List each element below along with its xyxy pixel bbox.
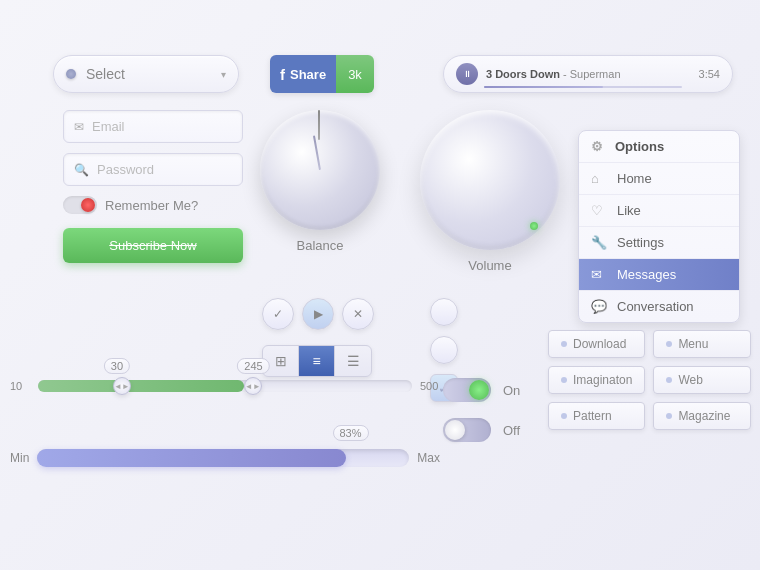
progress-track[interactable]: [37, 449, 409, 467]
menu-panel: ⚙ Options ⌂ Home ♡ Like 🔧 Settings ✉ Mes…: [578, 130, 740, 323]
range-value-right: 245: [237, 358, 269, 374]
magazine-dot: [666, 413, 672, 419]
range-row: 10 ◄► 30 ◄► 245 500: [10, 380, 440, 392]
balance-knob-container: Balance: [260, 110, 380, 253]
menu-item-like[interactable]: ♡ Like: [579, 195, 739, 227]
home-icon: ⌂: [591, 171, 607, 186]
progress-fill: [37, 449, 346, 467]
progress-min-label: Min: [10, 451, 29, 465]
remember-toggle[interactable]: [63, 196, 97, 214]
volume-knob[interactable]: [420, 110, 560, 250]
download-dot: [561, 341, 567, 347]
player-time: 3:54: [699, 68, 720, 80]
player-progress-fill: [484, 86, 603, 88]
pattern-dot: [561, 413, 567, 419]
menu-messages-label: Messages: [617, 267, 676, 282]
menu-settings-label: Settings: [617, 235, 664, 250]
off-label: Off: [503, 423, 520, 438]
music-player[interactable]: 3 Doors Down - Superman 3:54: [443, 55, 733, 93]
main-container: Select ▾ f Share 3k 3 Doors Down - Super…: [0, 0, 760, 570]
facebook-icon: f: [280, 66, 285, 83]
magazine-button[interactable]: Magazine: [653, 402, 750, 430]
imagination-button[interactable]: Imaginaton: [548, 366, 645, 394]
range-handle-right-arrows: ◄►: [245, 382, 261, 391]
share-count: 3k: [336, 55, 374, 93]
menu-dot: [666, 341, 672, 347]
email-icon: ✉: [74, 120, 84, 134]
facebook-share[interactable]: f Share: [270, 55, 336, 93]
range-fill: [38, 380, 244, 392]
badge-buttons-grid: Download Menu Imaginaton Web Pattern Mag…: [548, 330, 751, 430]
range-min-label: 10: [10, 380, 30, 392]
range-max-label: 500: [420, 380, 440, 392]
menu-item-settings[interactable]: 🔧 Settings: [579, 227, 739, 259]
list-view-button[interactable]: ≡: [299, 346, 335, 376]
range-handle-left-arrows: ◄►: [114, 382, 130, 391]
select-dot-icon: [66, 69, 76, 79]
range-value-left: 30: [104, 358, 130, 374]
media-controls: ✓ ▶ ✕: [262, 298, 374, 330]
range-section: 10 ◄► 30 ◄► 245 500: [10, 380, 440, 402]
settings-icon: 🔧: [591, 235, 607, 250]
web-button[interactable]: Web: [653, 366, 750, 394]
menu-item-home[interactable]: ⌂ Home: [579, 163, 739, 195]
like-icon: ♡: [591, 203, 607, 218]
subscribe-button[interactable]: Subscribe Now: [63, 228, 243, 263]
select-dropdown[interactable]: Select ▾: [53, 55, 239, 93]
imagination-label: Imaginaton: [573, 373, 632, 387]
menu-btn-label: Menu: [678, 337, 708, 351]
toggle-section: On Off: [443, 378, 520, 458]
on-toggle-row: On: [443, 378, 520, 402]
progress-section: 83% Min Max: [10, 445, 440, 467]
play-button[interactable]: ▶: [302, 298, 334, 330]
range-track[interactable]: ◄► 30 ◄► 245: [38, 380, 412, 392]
grid-view-button[interactable]: ⊞: [263, 346, 299, 376]
remember-me-row: Remember Me?: [63, 196, 243, 214]
knob-indicator: [313, 135, 321, 170]
balance-knob[interactable]: [260, 110, 380, 230]
progress-percent: 83%: [333, 425, 369, 441]
password-field[interactable]: 🔍 Password: [63, 153, 243, 186]
menu-title: Options: [615, 139, 664, 154]
off-toggle-row: Off: [443, 418, 520, 442]
pattern-button[interactable]: Pattern: [548, 402, 645, 430]
volume-label: Volume: [420, 258, 560, 273]
on-knob: [469, 380, 489, 400]
menu-conversation-label: Conversation: [617, 299, 694, 314]
menu-like-label: Like: [617, 203, 641, 218]
off-toggle[interactable]: [443, 418, 491, 442]
close-button[interactable]: ✕: [342, 298, 374, 330]
toggle-knob: [81, 198, 95, 212]
on-label: On: [503, 383, 520, 398]
player-artist: 3 Doors Down: [486, 68, 560, 80]
text-view-button[interactable]: ☰: [335, 346, 371, 376]
off-knob: [445, 420, 465, 440]
email-placeholder: Email: [92, 119, 125, 134]
range-handle-right[interactable]: ◄► 245: [244, 377, 262, 395]
download-label: Download: [573, 337, 626, 351]
download-button[interactable]: Download: [548, 330, 645, 358]
menu-options-header: ⚙ Options: [579, 131, 739, 163]
menu-item-conversation[interactable]: 💬 Conversation: [579, 291, 739, 322]
volume-indicator-dot: [530, 222, 538, 230]
radio-button-2[interactable]: [430, 336, 458, 364]
balance-label: Balance: [260, 238, 380, 253]
view-toggle-group: ⊞ ≡ ☰: [262, 345, 372, 377]
web-dot: [666, 377, 672, 383]
range-handle-left[interactable]: ◄► 30: [113, 377, 131, 395]
on-toggle[interactable]: [443, 378, 491, 402]
menu-button[interactable]: Menu: [653, 330, 750, 358]
magazine-label: Magazine: [678, 409, 730, 423]
email-field[interactable]: ✉ Email: [63, 110, 243, 143]
check-button[interactable]: ✓: [262, 298, 294, 330]
share-label: Share: [290, 67, 326, 82]
password-placeholder: Password: [97, 162, 154, 177]
player-song: - Superman: [563, 68, 621, 80]
pause-button[interactable]: [456, 63, 478, 85]
gear-icon: ⚙: [591, 139, 607, 154]
radio-button-1[interactable]: [430, 298, 458, 326]
select-label: Select: [86, 66, 221, 82]
web-label: Web: [678, 373, 702, 387]
menu-item-messages[interactable]: ✉ Messages: [579, 259, 739, 291]
share-button[interactable]: f Share 3k: [270, 55, 374, 93]
